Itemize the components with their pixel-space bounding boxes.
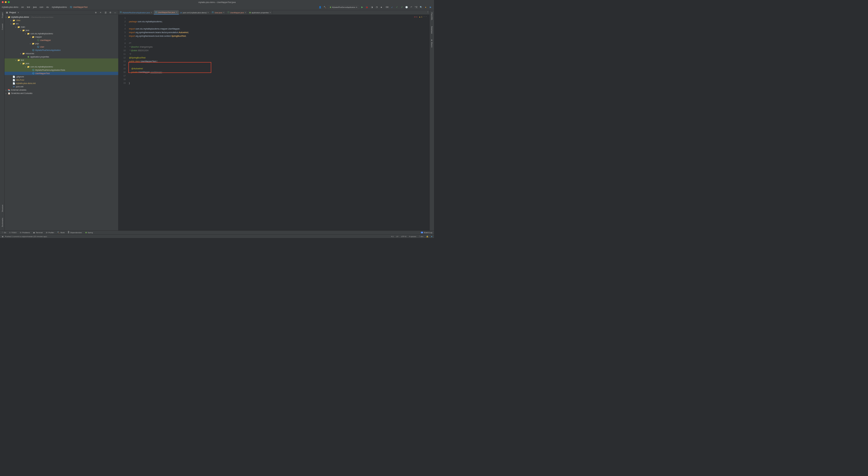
debug-icon[interactable]: 🐞	[365, 5, 369, 9]
tab-plantuml[interactable]: PlantUML	[430, 12, 433, 21]
bt-dependencies[interactable]: ≣Dependencies	[68, 231, 82, 233]
bc-item[interactable]: mybatisplusdemo	[52, 6, 67, 8]
close-window[interactable]	[2, 1, 4, 3]
collapse-icon[interactable]: ⊕	[94, 11, 98, 14]
select-opened-icon[interactable]: ⇶	[104, 11, 107, 14]
tree-item[interactable]: ⒸUser	[4, 45, 119, 49]
branch[interactable]: ᚶ dev	[419, 235, 424, 237]
close-icon[interactable]: ×	[176, 11, 177, 13]
close-icon[interactable]: ×	[208, 11, 209, 13]
tree-item[interactable]: mpom.xml	[4, 85, 119, 88]
tree-item[interactable]: ▾📁com.xiu.mybatisplusdemo	[4, 32, 119, 35]
status-icon[interactable]: ▣	[2, 235, 4, 237]
left-sidebar: Project Commit Structure Bookmarks	[0, 10, 4, 230]
tree-item[interactable]: ▾📁java	[4, 29, 119, 32]
cursor-pos[interactable]: 4:1	[391, 235, 394, 237]
profile-icon[interactable]: ◔	[375, 5, 378, 9]
bc-item[interactable]: java	[33, 6, 37, 8]
run-icon[interactable]: ▶	[361, 5, 364, 9]
tree-item[interactable]: ⒸMybatisPlusDemoApplicationTests	[4, 68, 119, 72]
inspection-indicators[interactable]: ⊝1 ▲1 ˆˇ	[414, 16, 427, 18]
tab-maven[interactable]: mMaven	[430, 39, 433, 48]
tab[interactable]: ⒸMybatisPlusDemoApplication.java×	[119, 10, 154, 15]
search-icon[interactable]: 🔍	[419, 5, 423, 9]
bc-item[interactable]: mybatis-plus-demo	[2, 6, 19, 8]
code-content[interactable]: package com.xiu.mybatisplusdemo; import …	[127, 15, 430, 230]
tree-item[interactable]: ▾📁com.xiu.mybatisplusdemo	[4, 65, 119, 68]
bt-spring[interactable]: ⬢Spring	[85, 231, 93, 233]
maximize-window[interactable]	[8, 1, 10, 3]
git-commit-icon[interactable]: ✓	[395, 5, 398, 9]
tab[interactable]: ⒸUser.java×	[210, 10, 226, 15]
tree-item[interactable]: ▸📁.idea	[4, 19, 119, 22]
hide-icon[interactable]: —	[114, 11, 117, 14]
jrebel2-icon[interactable]: ▶	[429, 5, 432, 9]
tree-item[interactable]: ▾📁main	[4, 25, 119, 29]
history-icon[interactable]: 🕓	[405, 5, 408, 9]
tree-item-selected[interactable]: ⒸUserMapperTest	[4, 72, 119, 75]
tree-item[interactable]: ▸📚External Libraries	[4, 88, 119, 92]
close-icon[interactable]: ×	[245, 11, 246, 13]
tab[interactable]: ⒾUserMapper.java×	[226, 10, 248, 15]
tree-item[interactable]: ▸📋Scratches and Consoles	[4, 92, 119, 95]
titlebar: mybatis-plus-demo – UserMapperTest.java	[0, 0, 434, 4]
bt-terminal[interactable]: ▣Terminal	[33, 231, 42, 233]
add-user-icon[interactable]: 👤	[318, 5, 321, 9]
close-icon[interactable]: ×	[151, 11, 152, 13]
line-sep[interactable]: LF	[396, 235, 398, 237]
git-pull-icon[interactable]: ↙	[390, 5, 394, 9]
close-icon[interactable]: ×	[223, 11, 224, 13]
tree-item[interactable]: ▾📁pojo	[4, 42, 119, 45]
bt-build[interactable]: 🔨Build	[57, 231, 64, 233]
bt-eventlog[interactable]: Event Log	[424, 231, 432, 233]
bt-todo[interactable]: ≡TODO	[9, 231, 17, 233]
tree-item[interactable]: 📄HELP.md	[4, 78, 119, 82]
jrebel-icon[interactable]: ●	[424, 5, 427, 9]
bc-item[interactable]: xiu	[46, 6, 49, 8]
tab-menu-icon[interactable]: ⋮	[426, 10, 430, 13]
git-push-icon[interactable]: ↗	[400, 5, 403, 9]
close-icon[interactable]: ×	[270, 11, 271, 13]
tree-item[interactable]: ⬢application.properties	[4, 55, 119, 58]
translate-icon[interactable]: ᴬ文	[414, 5, 418, 9]
copilot-icon[interactable]: ●	[431, 235, 432, 237]
tab-structure[interactable]: Structure	[1, 204, 4, 213]
tab-bookmarks[interactable]: Bookmarks	[1, 217, 4, 227]
stop-icon[interactable]: ■	[380, 5, 383, 9]
bc-item-current[interactable]: UserMapperTest	[73, 6, 88, 8]
hammer-icon[interactable]: 🔨	[323, 5, 327, 9]
tree-item[interactable]: ▾📁java	[4, 62, 119, 65]
rollback-icon[interactable]: ↶	[410, 5, 413, 9]
tab-commit[interactable]: Commit	[1, 23, 4, 31]
tree-item[interactable]: ▾📁mapper	[4, 35, 119, 38]
bt-profiler[interactable]: ◔Profiler	[46, 231, 54, 233]
expand-icon[interactable]: ≡	[99, 11, 102, 14]
bottom-toolbar: ᚶGit ≡TODO ⊝Problems ▣Terminal ◔Profiler…	[0, 230, 434, 234]
tree-item[interactable]: ⒾUserMapper	[4, 38, 119, 42]
chevron-down-icon[interactable]: ▾	[18, 11, 19, 14]
gear-icon[interactable]: ⚙	[109, 11, 112, 14]
tree-item[interactable]: ▾📁src	[4, 22, 119, 25]
bc-item[interactable]: src	[22, 6, 24, 8]
indent[interactable]: 4 spaces	[409, 235, 416, 237]
code-editor[interactable]: 12345678910111213141516171819 package co…	[119, 15, 430, 230]
tab-active[interactable]: ⒸUserMapperTest.java×	[154, 10, 179, 15]
lock-icon[interactable]: 🔒	[426, 235, 429, 237]
run-config-select[interactable]: ⬢MybatisPlusDemoApplication▾	[328, 5, 359, 9]
tab[interactable]: ⬢application.properties×	[248, 10, 273, 15]
tab[interactable]: mpom.xml (mybatis-plus-demo)×	[179, 10, 210, 15]
bc-item[interactable]: test	[27, 6, 30, 8]
tab-project[interactable]: Project	[1, 12, 4, 19]
tab-database[interactable]: Database	[430, 25, 433, 34]
tree-item[interactable]: 📄.gitignore	[4, 75, 119, 78]
bt-git[interactable]: ᚶGit	[2, 231, 6, 233]
tree-item[interactable]: ▾📁test	[4, 58, 119, 62]
tree-item[interactable]: ⒸMybatisPlusDemoApplication	[4, 49, 119, 52]
bc-item[interactable]: com	[39, 6, 43, 8]
tree-item[interactable]: ▾📁resources	[4, 52, 119, 55]
coverage-icon[interactable]: ◑	[370, 5, 373, 9]
tree-root[interactable]: ▾📁mybatis-plus-demo~/Desktop/development…	[4, 15, 119, 19]
minimize-window[interactable]	[5, 1, 7, 3]
bt-problems[interactable]: ⊝Problems	[20, 231, 30, 233]
tree-item[interactable]: 📄mybatis-plus-demo.iml	[4, 82, 119, 85]
